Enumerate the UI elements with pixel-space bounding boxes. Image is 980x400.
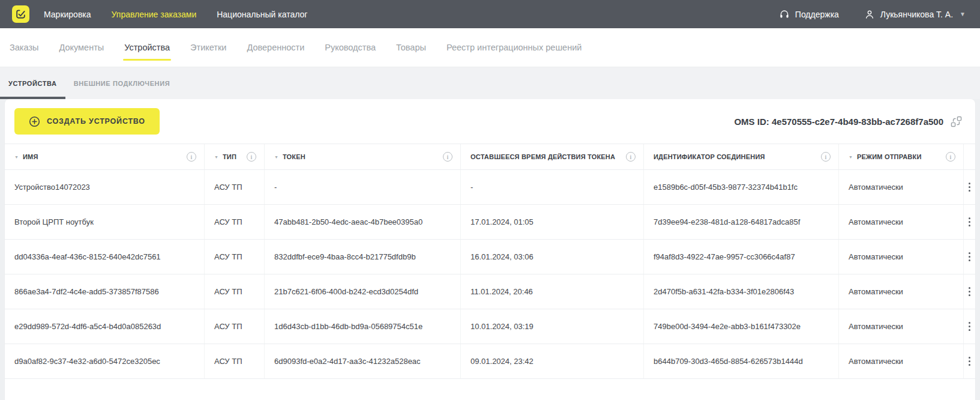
column-label: ТИП — [223, 153, 236, 160]
table-row: Второй ЦРПТ ноутбукАСУ ТП47abb481-2b50-4… — [5, 205, 975, 240]
sub-tabs: УСТРОЙСТВАВНЕШНИЕ ПОДКЛЮЧЕНИЯ — [0, 67, 980, 99]
sub-tab[interactable]: УСТРОЙСТВА — [0, 67, 65, 99]
table-row: d9a0af82-9c37-4e32-a6d0-5472ce3205ecАСУ … — [5, 344, 975, 379]
sub-tab[interactable]: ВНЕШНИЕ ПОДКЛЮЧЕНИЯ — [65, 67, 179, 99]
kebab-menu-icon[interactable] — [964, 180, 975, 195]
table-cell-type: АСУ ТП — [205, 170, 265, 204]
filter-caret-icon[interactable]: ▼ — [849, 155, 853, 159]
column-header: ▼ТИПi — [205, 144, 265, 169]
table-cell-token_time: 09.01.2024, 23:42 — [461, 344, 644, 378]
table-cell-name: d9a0af82-9c37-4e32-a6d0-5472ce3205ec — [5, 344, 205, 378]
table-cell-connection_id: 7d39ee94-e238-481d-a128-64817adca85f — [644, 205, 839, 239]
table-header: ▼ИМЯi▼ТИПi▼ТОКЕНiОСТАВШЕЕСЯ ВРЕМЯ ДЕЙСТВ… — [5, 144, 975, 170]
table-cell-type: АСУ ТП — [205, 309, 265, 344]
table-cell-token_time: 17.01.2024, 01:05 — [461, 205, 644, 239]
table-cell-mode: Автоматически — [839, 309, 964, 344]
main-tab[interactable]: Реестр интеграционных решений — [446, 28, 582, 67]
main-tab[interactable]: Доверенности — [247, 28, 304, 67]
main-tab[interactable]: Устройства — [124, 28, 170, 67]
table-cell-mode: Автоматически — [839, 344, 964, 378]
column-header: ▼ИМЯi — [5, 144, 205, 169]
headset-icon — [779, 9, 790, 20]
kebab-menu-icon[interactable] — [964, 320, 975, 334]
filter-caret-icon[interactable]: ▼ — [214, 155, 218, 159]
support-label: Поддержка — [795, 10, 839, 19]
column-header: ИДЕНТИФИКАТОР СОЕДИНЕНИЯi — [644, 144, 839, 169]
main-tab[interactable]: Товары — [396, 28, 426, 67]
kebab-menu-icon[interactable] — [964, 354, 975, 369]
support-button[interactable]: Поддержка — [779, 9, 839, 20]
table-row: 866ae3a4-7df2-4c4e-add5-373857f87586АСУ … — [5, 274, 975, 309]
column-header-actions — [964, 144, 975, 169]
topnav-item[interactable]: Маркировка — [44, 10, 91, 19]
table-cell-token_time: - — [461, 170, 644, 204]
table-cell-mode: Автоматически — [839, 170, 964, 204]
oms-id-value: OMS ID: 4e570555-c2e7-4b49-83bb-ac7268f7… — [734, 117, 943, 127]
table-cell-type: АСУ ТП — [205, 344, 265, 378]
column-label: ИМЯ — [23, 153, 38, 160]
info-icon[interactable]: i — [247, 152, 256, 162]
info-icon[interactable]: i — [187, 152, 196, 162]
table-cell-actions — [964, 205, 975, 239]
table-body: Устройство14072023АСУ ТП--e1589b6c-d05f-… — [5, 170, 975, 379]
column-header: ОСТАВШЕЕСЯ ВРЕМЯ ДЕЙСТВИЯ ТОКЕНАi — [461, 144, 644, 169]
topnav-item[interactable]: Национальный каталог — [217, 10, 307, 19]
table-cell-mode: Автоматически — [839, 205, 964, 239]
kebab-menu-icon[interactable] — [964, 250, 975, 264]
column-label: ОСТАВШЕЕСЯ ВРЕМЯ ДЕЙСТВИЯ ТОКЕНА — [470, 153, 615, 160]
column-header: ▼РЕЖИМ ОТПРАВКИi — [839, 144, 964, 169]
chestny-znak-logo-icon[interactable] — [12, 5, 29, 23]
table-row: dd04336a-4eaf-436c-8152-640e42dc7561АСУ … — [5, 240, 975, 274]
card-toolbar: СОЗДАТЬ УСТРОЙСТВО OMS ID: 4e570555-c2e7… — [5, 99, 975, 144]
table-cell-token: 21b7c621-6f06-400d-b242-ecd3d0254dfd — [265, 274, 461, 309]
info-icon[interactable]: i — [626, 152, 636, 162]
main-tab[interactable]: Заказы — [10, 28, 38, 67]
table-cell-connection_id: b644b709-30d3-465d-8854-626573b1444d — [644, 344, 839, 378]
info-icon[interactable]: i — [821, 152, 831, 162]
table-cell-mode: Автоматически — [839, 240, 964, 274]
filter-caret-icon[interactable]: ▼ — [14, 155, 19, 159]
table-cell-token: 1d6d43cb-d1bb-46db-bd9a-05689754c51e — [265, 309, 461, 344]
table-cell-token_time: 16.01.2024, 03:06 — [461, 240, 644, 274]
kebab-menu-icon[interactable] — [964, 285, 975, 299]
main-tab[interactable]: Документы — [59, 28, 104, 67]
column-header: ▼ТОКЕНi — [265, 144, 461, 169]
table-row: Устройство14072023АСУ ТП--e1589b6c-d05f-… — [5, 170, 975, 205]
table-cell-actions — [964, 170, 975, 204]
main-tab[interactable]: Руководства — [325, 28, 376, 67]
table-cell-token: 832ddfbf-ece9-4baa-8cc4-b21775dfdb9b — [265, 240, 461, 274]
user-icon — [864, 9, 875, 20]
table-cell-token: 6d9093fd-e0a2-4d17-aa3c-41232a528eac — [265, 344, 461, 378]
table-cell-actions — [964, 344, 975, 378]
table-cell-type: АСУ ТП — [205, 274, 265, 309]
main-tabs: ЗаказыДокументыУстройстваЭтикеткиДоверен… — [0, 28, 980, 67]
table-cell-name: Второй ЦРПТ ноутбук — [5, 205, 205, 239]
table-cell-connection_id: e1589b6c-d05f-45b3-9877-32374b41b1fc — [644, 170, 839, 204]
table-cell-connection_id: f94af8d3-4922-47ae-9957-cc3066c4af87 — [644, 240, 839, 274]
plus-circle-icon — [29, 116, 40, 127]
main-tab[interactable]: Этикетки — [190, 28, 226, 67]
user-menu[interactable]: Лукьянчикова Т. А. ▼ — [864, 9, 966, 20]
table-cell-actions — [964, 240, 975, 274]
top-app-bar: МаркировкаУправление заказамиНациональны… — [0, 0, 980, 28]
info-icon[interactable]: i — [946, 152, 955, 162]
info-icon[interactable]: i — [443, 152, 452, 162]
column-label: ТОКЕН — [283, 153, 305, 160]
topnav-item[interactable]: Управление заказами — [112, 10, 197, 19]
table-cell-type: АСУ ТП — [205, 205, 265, 239]
table-cell-name: e29dd989-572d-4df6-a5c4-b4d0a085263d — [5, 309, 205, 344]
chevron-down-icon: ▼ — [960, 11, 966, 17]
filter-caret-icon[interactable]: ▼ — [274, 155, 278, 159]
table-cell-connection_id: 2d470f5b-a631-42fa-b334-3f01e2806f43 — [644, 274, 839, 309]
create-device-button[interactable]: СОЗДАТЬ УСТРОЙСТВО — [14, 108, 160, 135]
copy-icon[interactable] — [951, 116, 962, 127]
table-cell-actions — [964, 274, 975, 309]
top-navigation: МаркировкаУправление заказамиНациональны… — [44, 10, 307, 19]
kebab-menu-icon[interactable] — [964, 215, 975, 229]
table-cell-token: - — [265, 170, 461, 204]
table-cell-token_time: 10.01.2024, 03:19 — [461, 309, 644, 344]
table-cell-token: 47abb481-2b50-4edc-aeac-4b7bee0395a0 — [265, 205, 461, 239]
create-device-label: СОЗДАТЬ УСТРОЙСТВО — [47, 117, 145, 126]
table-cell-token_time: 11.01.2024, 20:46 — [461, 274, 644, 309]
table-cell-connection_id: 749be00d-3494-4e2e-abb3-b161f473302e — [644, 309, 839, 344]
